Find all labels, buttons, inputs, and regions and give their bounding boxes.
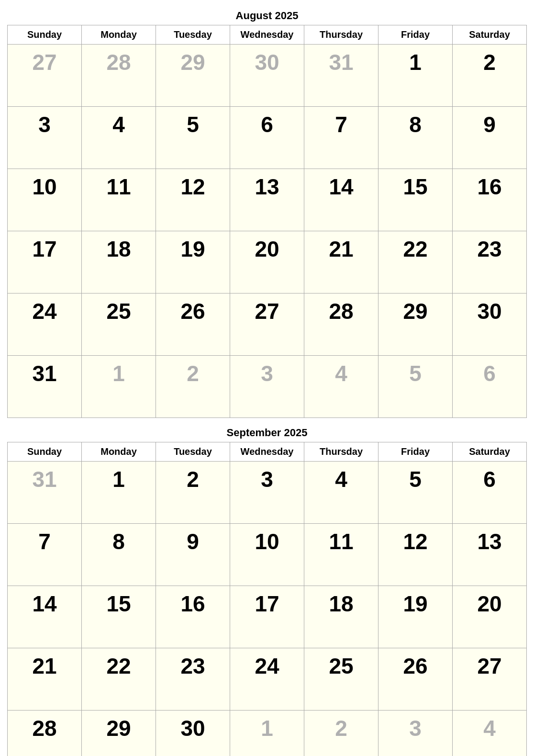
calendar-day[interactable]: 2 (453, 45, 527, 107)
calendar-day[interactable]: 1 (230, 711, 304, 756)
calendar-day[interactable]: 6 (453, 462, 527, 524)
calendar-day[interactable]: 16 (156, 586, 230, 648)
calendar-day[interactable]: 4 (82, 107, 156, 169)
aug-header-saturday: Saturday (453, 25, 527, 45)
calendar-day[interactable]: 30 (230, 45, 304, 107)
calendar-day[interactable]: 5 (378, 356, 453, 418)
aug-header-wednesday: Wednesday (230, 25, 304, 45)
sep-header-sunday: Sunday (8, 442, 82, 462)
calendar-day[interactable]: 1 (378, 45, 453, 107)
calendar-day[interactable]: 3 (8, 107, 82, 169)
calendar-day[interactable]: 6 (230, 107, 304, 169)
calendar-day[interactable]: 1 (82, 356, 156, 418)
calendar-day[interactable]: 23 (453, 231, 527, 293)
calendar-day[interactable]: 25 (82, 293, 156, 356)
september-header-row: Sunday Monday Tuesday Wednesday Thursday… (8, 442, 527, 462)
calendar-day[interactable]: 18 (82, 231, 156, 293)
calendar-day[interactable]: 2 (304, 711, 378, 756)
sep-header-wednesday: Wednesday (230, 442, 304, 462)
calendar-day[interactable]: 17 (230, 586, 304, 648)
table-row: 3456789 (8, 107, 527, 169)
calendar-day[interactable]: 3 (230, 462, 304, 524)
calendar-day[interactable]: 30 (156, 711, 230, 756)
calendar-day[interactable]: 24 (8, 293, 82, 356)
calendar-day[interactable]: 31 (8, 462, 82, 524)
calendar-day[interactable]: 17 (8, 231, 82, 293)
calendar-day[interactable]: 5 (156, 107, 230, 169)
calendar-day[interactable]: 4 (304, 462, 378, 524)
calendar-day[interactable]: 26 (378, 648, 453, 711)
calendar-day[interactable]: 19 (378, 586, 453, 648)
calendar-day[interactable]: 28 (8, 711, 82, 756)
calendar-day[interactable]: 10 (230, 524, 304, 586)
calendar-day[interactable]: 9 (453, 107, 527, 169)
calendar-day[interactable]: 29 (378, 293, 453, 356)
table-row: 272829303112 (8, 45, 527, 107)
calendar-day[interactable]: 12 (156, 169, 230, 231)
calendar-day[interactable]: 7 (304, 107, 378, 169)
calendar-day[interactable]: 27 (453, 648, 527, 711)
calendar-day[interactable]: 26 (156, 293, 230, 356)
calendar-day[interactable]: 8 (82, 524, 156, 586)
calendar-day[interactable]: 8 (378, 107, 453, 169)
calendar-day[interactable]: 23 (156, 648, 230, 711)
calendar-day[interactable]: 13 (453, 524, 527, 586)
calendar-day[interactable]: 21 (8, 648, 82, 711)
august-title: August 2025 (7, 10, 527, 22)
september-title: September 2025 (7, 427, 527, 439)
calendar-day[interactable]: 2 (156, 356, 230, 418)
calendar-day[interactable]: 10 (8, 169, 82, 231)
calendar-day[interactable]: 30 (453, 293, 527, 356)
table-row: 24252627282930 (8, 293, 527, 356)
calendar-day[interactable]: 31 (304, 45, 378, 107)
calendar-day[interactable]: 25 (304, 648, 378, 711)
august-table: Sunday Monday Tuesday Wednesday Thursday… (7, 25, 527, 418)
september-calendar: September 2025 Sunday Monday Tuesday Wed… (7, 427, 527, 756)
sep-header-monday: Monday (82, 442, 156, 462)
calendar-day[interactable]: 9 (156, 524, 230, 586)
calendar-day[interactable]: 14 (8, 586, 82, 648)
sep-header-friday: Friday (378, 442, 453, 462)
calendar-day[interactable]: 27 (230, 293, 304, 356)
calendar-day[interactable]: 12 (378, 524, 453, 586)
calendar-day[interactable]: 3 (230, 356, 304, 418)
calendar-day[interactable]: 22 (378, 231, 453, 293)
calendar-day[interactable]: 22 (82, 648, 156, 711)
calendar-day[interactable]: 20 (453, 586, 527, 648)
calendar-day[interactable]: 31 (8, 356, 82, 418)
calendar-day[interactable]: 4 (453, 711, 527, 756)
calendar-day[interactable]: 5 (378, 462, 453, 524)
calendar-day[interactable]: 15 (378, 169, 453, 231)
calendar-day[interactable]: 29 (82, 711, 156, 756)
calendar-day[interactable]: 29 (156, 45, 230, 107)
calendar-day[interactable]: 1 (82, 462, 156, 524)
calendar-day[interactable]: 28 (82, 45, 156, 107)
calendar-day[interactable]: 18 (304, 586, 378, 648)
sep-header-saturday: Saturday (453, 442, 527, 462)
calendar-day[interactable]: 4 (304, 356, 378, 418)
calendar-day[interactable]: 16 (453, 169, 527, 231)
calendar-day[interactable]: 3 (378, 711, 453, 756)
calendar-day[interactable]: 13 (230, 169, 304, 231)
calendar-day[interactable]: 6 (453, 356, 527, 418)
calendar-day[interactable]: 14 (304, 169, 378, 231)
calendar-day[interactable]: 27 (8, 45, 82, 107)
calendar-day[interactable]: 19 (156, 231, 230, 293)
calendar-day[interactable]: 11 (304, 524, 378, 586)
calendar-day[interactable]: 21 (304, 231, 378, 293)
august-calendar: August 2025 Sunday Monday Tuesday Wednes… (7, 10, 527, 418)
table-row: 17181920212223 (8, 231, 527, 293)
calendar-day[interactable]: 7 (8, 524, 82, 586)
table-row: 2829301234 (8, 711, 527, 756)
aug-header-monday: Monday (82, 25, 156, 45)
aug-header-thursday: Thursday (304, 25, 378, 45)
calendar-day[interactable]: 15 (82, 586, 156, 648)
table-row: 21222324252627 (8, 648, 527, 711)
calendar-day[interactable]: 24 (230, 648, 304, 711)
calendar-day[interactable]: 2 (156, 462, 230, 524)
calendar-day[interactable]: 11 (82, 169, 156, 231)
aug-header-sunday: Sunday (8, 25, 82, 45)
calendar-day[interactable]: 28 (304, 293, 378, 356)
calendar-day[interactable]: 20 (230, 231, 304, 293)
table-row: 31123456 (8, 462, 527, 524)
